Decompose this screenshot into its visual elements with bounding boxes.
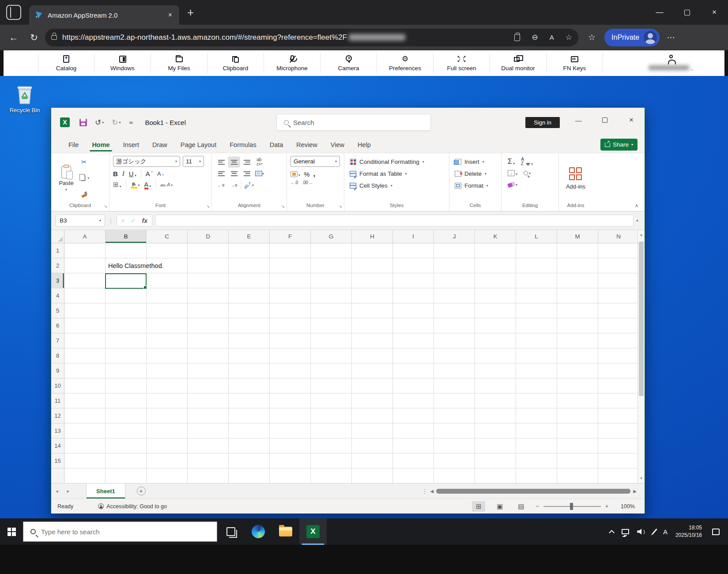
browser-maximize-button[interactable] xyxy=(673,0,701,25)
row-8[interactable]: 8 xyxy=(51,348,64,363)
percent-button[interactable]: % xyxy=(304,170,309,178)
hscroll-left-icon[interactable]: ◀ xyxy=(430,489,434,494)
font-size-combo[interactable]: 11▾ xyxy=(183,156,204,167)
col-A[interactable]: A xyxy=(64,230,106,243)
appstream-camera-button[interactable]: Camera xyxy=(321,53,377,73)
orientation-button[interactable]: ab↗▾ xyxy=(243,180,254,190)
excel-maximize-button[interactable] xyxy=(592,108,618,132)
number-format-combo[interactable]: General▾ xyxy=(290,156,340,167)
fill-button[interactable]: ↓▾ xyxy=(508,170,517,176)
tab-review[interactable]: Review xyxy=(290,137,324,153)
browser-tab[interactable]: Amazon AppStream 2.0 × xyxy=(29,5,179,25)
italic-button[interactable]: I xyxy=(122,170,124,177)
selected-cell-b3[interactable] xyxy=(105,273,147,289)
file-explorer-button[interactable] xyxy=(272,518,299,545)
vertical-scroll-thumb[interactable] xyxy=(639,242,644,396)
view-normal-button[interactable]: ⊞ xyxy=(472,501,485,512)
hscroll-right-icon[interactable]: ▶ xyxy=(633,489,637,494)
tab-file[interactable]: File xyxy=(62,137,85,153)
align-bottom-button[interactable] xyxy=(241,157,253,167)
col-H[interactable]: H xyxy=(352,230,393,243)
col-C[interactable]: C xyxy=(147,230,188,243)
sign-in-button[interactable]: Sign in xyxy=(525,117,560,128)
sort-filter-button[interactable]: AZ▾ xyxy=(521,157,533,166)
row-1[interactable]: 1 xyxy=(51,243,64,258)
appstream-user-menu[interactable]: .. xyxy=(638,53,704,73)
row-5[interactable]: 5 xyxy=(51,303,64,318)
tab-data[interactable]: Data xyxy=(263,137,290,153)
new-sheet-button[interactable]: + xyxy=(137,487,146,495)
appstream-microphone-button[interactable]: Microphone xyxy=(264,53,321,73)
addins-icon[interactable] xyxy=(569,167,582,181)
tab-view[interactable]: View xyxy=(324,137,351,153)
decrease-font-button[interactable]: A^ xyxy=(157,170,164,177)
conditional-formatting-button[interactable]: Conditional Formatting▾ xyxy=(350,156,445,168)
clipboard-icon[interactable] xyxy=(514,34,520,41)
increase-decimal-button[interactable]: ←.0 xyxy=(290,180,298,185)
expand-formula-bar-icon[interactable]: ▾ xyxy=(636,218,640,223)
taskbar-search[interactable] xyxy=(23,521,217,542)
task-view-button[interactable] xyxy=(217,518,245,545)
close-tab-icon[interactable]: × xyxy=(166,11,174,19)
align-right-button[interactable] xyxy=(241,168,253,179)
excel-minimize-button[interactable]: — xyxy=(565,108,592,132)
col-I[interactable]: I xyxy=(393,230,434,243)
col-M[interactable]: M xyxy=(557,230,598,243)
workspaces-icon[interactable] xyxy=(6,5,21,20)
browser-menu-icon[interactable]: ⋯ xyxy=(667,32,675,42)
excel-close-button[interactable]: × xyxy=(618,108,645,132)
tray-volume[interactable]: ) xyxy=(633,518,650,545)
row-2[interactable]: 2 xyxy=(51,258,64,273)
zoom-slider-thumb[interactable] xyxy=(570,503,573,510)
tab-draw[interactable]: Draw xyxy=(146,137,174,153)
format-painter-button[interactable] xyxy=(81,189,89,200)
col-B[interactable]: B xyxy=(106,230,147,243)
row-7[interactable]: 7 xyxy=(51,333,64,348)
cut-button[interactable]: ✂ xyxy=(81,157,89,167)
decrease-indent-button[interactable]: ←≡ xyxy=(215,180,227,190)
insert-function-icon[interactable]: fx xyxy=(142,217,147,224)
excel-taskbar-button[interactable]: X xyxy=(299,518,327,545)
row-4[interactable]: 4 xyxy=(51,288,64,303)
notification-center-button[interactable] xyxy=(708,518,728,545)
row-3[interactable]: 3 xyxy=(51,273,64,288)
row-13[interactable]: 13 xyxy=(51,423,64,438)
increase-indent-button[interactable]: →≡ xyxy=(228,180,240,190)
tab-help[interactable]: Help xyxy=(351,137,377,153)
format-cells-button[interactable]: Format▾ xyxy=(455,180,498,192)
appstream-myfiles-button[interactable]: My Files xyxy=(151,53,207,73)
row-11[interactable]: 11 xyxy=(51,393,64,408)
cell-styles-button[interactable]: Cell Styles▾ xyxy=(350,180,445,192)
cells-area[interactable]: Hello Classmethod. xyxy=(64,243,637,483)
vertical-scrollbar[interactable]: ▲ ▼ xyxy=(637,230,645,483)
find-select-button[interactable]: ▾ xyxy=(524,171,531,175)
col-N[interactable]: N xyxy=(598,230,639,243)
tray-pen[interactable] xyxy=(650,518,659,545)
autosum-button[interactable]: Σ▾ xyxy=(508,158,515,166)
scroll-down-icon[interactable]: ▼ xyxy=(638,476,645,480)
taskbar-search-input[interactable] xyxy=(41,528,217,536)
accessibility-status[interactable]: Accessibility: Good to go xyxy=(98,503,167,510)
align-middle-button[interactable] xyxy=(228,157,240,167)
read-aloud-icon[interactable]: A xyxy=(550,34,554,41)
comma-button[interactable]: , xyxy=(313,170,315,178)
copy-button[interactable]: ▾ xyxy=(81,173,89,184)
row-14[interactable]: 14 xyxy=(51,438,64,453)
col-D[interactable]: D xyxy=(188,230,229,243)
share-button[interactable]: Share ▾ xyxy=(600,139,637,151)
url-bar[interactable]: https://appstream2.ap-northeast-1.aws.am… xyxy=(45,29,578,46)
undo-button[interactable]: ↺▾ xyxy=(95,118,104,127)
fill-color-button[interactable]: ▾ xyxy=(131,182,140,187)
horizontal-scrollbar[interactable]: ⋮ ◀ ▶ xyxy=(422,488,645,495)
collapse-ribbon-icon[interactable]: ∧ xyxy=(635,203,638,208)
edge-taskbar-button[interactable] xyxy=(245,518,272,545)
zoom-out-button[interactable]: − xyxy=(536,503,539,510)
view-page-break-button[interactable]: ▤ xyxy=(514,501,528,512)
save-icon[interactable] xyxy=(79,119,87,126)
tray-chevron-up[interactable] xyxy=(606,518,618,545)
font-color-button[interactable]: A▾ xyxy=(144,181,151,188)
appstream-dualmonitor-button[interactable]: Dual monitor xyxy=(490,53,547,73)
tray-ime[interactable]: A xyxy=(659,518,671,545)
formula-input[interactable] xyxy=(155,215,634,227)
refresh-icon[interactable]: ↻ xyxy=(24,32,44,43)
